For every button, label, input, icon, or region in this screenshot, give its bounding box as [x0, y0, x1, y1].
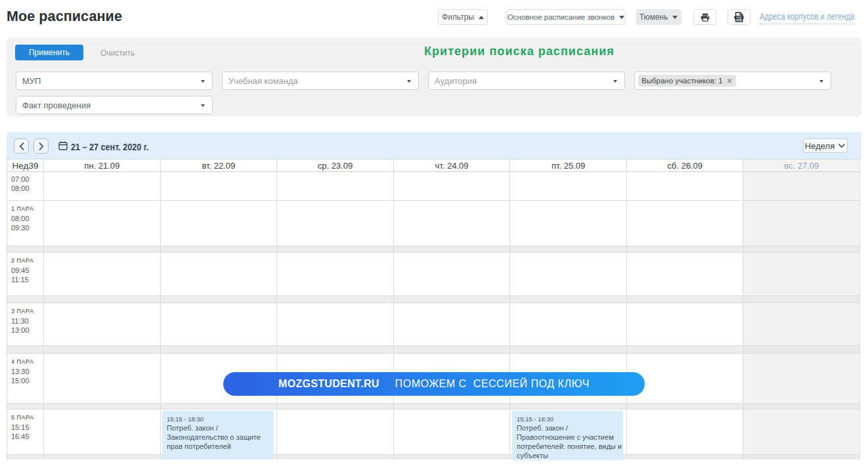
svg-text:ICS: ICS — [737, 16, 742, 19]
